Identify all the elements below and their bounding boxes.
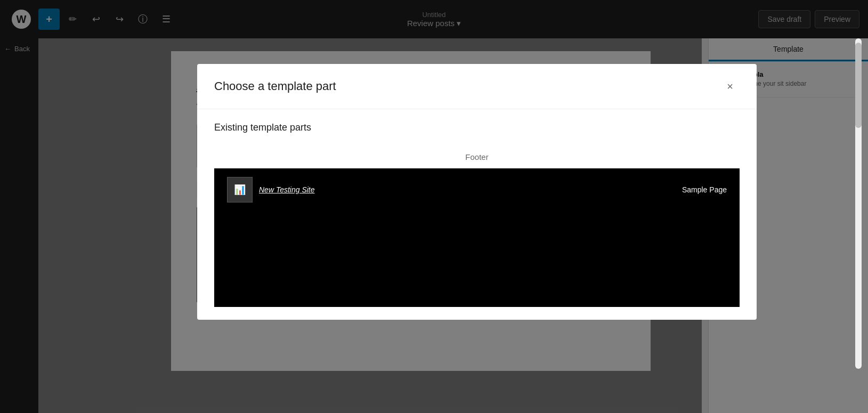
preview-logo-icon: 📊 bbox=[234, 184, 246, 196]
preview-nav-right: Sample Page bbox=[682, 185, 727, 194]
modal-preview-area: 📊 New Testing Site Sample Page bbox=[214, 168, 740, 307]
modal-title: Choose a template part bbox=[214, 79, 336, 93]
footer-label: Footer bbox=[214, 146, 740, 168]
preview-site-name[interactable]: New Testing Site bbox=[259, 185, 315, 194]
modal-header: Choose a template part × bbox=[197, 64, 757, 109]
preview-nav-left: 📊 New Testing Site bbox=[227, 177, 315, 203]
modal-body: Existing template parts Footer 📊 New Tes… bbox=[197, 109, 757, 320]
modal-overlay[interactable]: Choose a template part × Existing templa… bbox=[0, 0, 868, 413]
preview-nav: 📊 New Testing Site Sample Page bbox=[214, 168, 740, 211]
modal-section-title: Existing template parts bbox=[214, 122, 740, 133]
choose-template-modal: Choose a template part × Existing templa… bbox=[197, 64, 757, 320]
modal-scrollbar[interactable] bbox=[855, 38, 862, 369]
modal-close-button[interactable]: × bbox=[720, 77, 740, 96]
modal-scrollbar-thumb[interactable] bbox=[855, 43, 862, 128]
preview-logo: 📊 bbox=[227, 177, 253, 203]
